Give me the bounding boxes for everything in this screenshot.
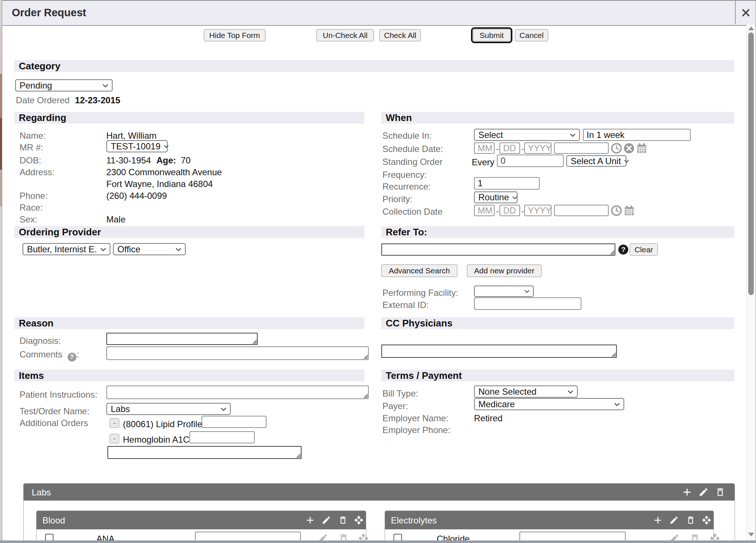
additional-order-search-input[interactable] — [107, 446, 302, 459]
order-request-screen: Order Request Hide Top Form Un-Check All… — [0, 0, 756, 543]
every-input[interactable]: 0 — [497, 155, 564, 167]
chevron-down-icon — [567, 390, 574, 394]
performing-facility-select[interactable] — [474, 286, 534, 297]
blood-add-button[interactable] — [305, 515, 315, 525]
frequency-label: Frequency: — [382, 170, 427, 180]
order-value-input[interactable] — [202, 416, 267, 428]
submit-button[interactable]: Submit — [473, 29, 511, 41]
help-icon[interactable]: ? — [68, 353, 76, 362]
blood-group-header: Blood — [37, 511, 366, 529]
vertical-scrollbar[interactable] — [746, 24, 755, 543]
terms-payment-header: Terms / Payment — [381, 370, 734, 381]
unit-select[interactable]: Select A Unit — [566, 155, 626, 167]
cancel-button[interactable]: Cancel — [515, 29, 548, 41]
schedule-in-select[interactable]: Select — [474, 129, 580, 141]
dob-value: 11-30-1954 Age: 70 — [106, 155, 190, 166]
chevron-down-icon — [614, 402, 620, 406]
bill-type-select[interactable]: None Selected — [474, 385, 578, 398]
schedule-date-calendar-button[interactable] — [636, 142, 647, 154]
move-icon — [354, 515, 364, 525]
standing-order-label: Standing Order — [382, 157, 443, 167]
address-line2: Fort Wayne, Indiana 46804 — [106, 179, 213, 189]
remove-order-button[interactable]: - — [110, 418, 119, 428]
blood-move-handle[interactable] — [354, 515, 364, 525]
collection-date-calendar-button[interactable] — [623, 205, 635, 216]
electrolytes-move-handle[interactable] — [702, 515, 711, 525]
sex-value: Male — [106, 214, 126, 225]
recurrence-input[interactable]: 1 — [474, 177, 540, 190]
schedule-in-input[interactable]: In 1 week — [583, 129, 691, 141]
labs-add-button[interactable] — [682, 487, 692, 497]
schedule-date-mm-input[interactable]: MM — [474, 142, 495, 154]
dob-label: DOB: — [20, 155, 41, 166]
category-select[interactable]: Pending — [15, 79, 113, 91]
refer-to-help-button[interactable]: ? — [618, 245, 628, 255]
payer-select[interactable]: Medicare — [474, 398, 624, 410]
collection-date-mm-input[interactable]: MM — [474, 205, 495, 216]
collection-date-dd-input[interactable]: DD — [499, 205, 520, 216]
labs-delete-button[interactable] — [715, 487, 725, 497]
check-all-button[interactable]: Check All — [379, 29, 421, 41]
date-ordered-value: 12-23-2015 — [75, 95, 120, 105]
collection-time-clock-button[interactable] — [611, 205, 622, 216]
performing-facility-label: Performing Facility: — [382, 288, 458, 298]
x-circle-icon — [623, 143, 635, 154]
schedule-time-clock-button[interactable] — [611, 143, 622, 154]
test-order-select[interactable]: Labs — [106, 403, 231, 415]
order-value-input[interactable] — [189, 431, 255, 443]
uncheck-all-button[interactable]: Un-Check All — [316, 29, 374, 41]
diagnosis-input[interactable] — [106, 333, 258, 345]
date-dash: - — [496, 143, 499, 154]
cc-physicians-input[interactable] — [381, 345, 617, 358]
ordering-provider-select[interactable]: Butler, Internist E. — [23, 243, 110, 255]
blood-delete-button[interactable] — [338, 515, 348, 525]
close-button[interactable] — [735, 1, 756, 24]
chevron-down-icon — [570, 133, 576, 137]
plus-icon — [305, 515, 315, 525]
refer-to-search-input[interactable] — [381, 243, 615, 256]
ordering-provider-value: Butler, Internist E. — [27, 244, 97, 255]
schedule-date-yyyy-input[interactable]: YYYY — [524, 142, 551, 154]
race-label: Race: — [20, 203, 43, 213]
scrollbar-up-button[interactable] — [748, 27, 754, 30]
chevron-down-icon — [220, 407, 227, 411]
schedule-date-label: Schedule Date: — [382, 144, 443, 154]
employer-name-label: Employer Name: — [382, 413, 449, 423]
chevron-down-icon — [512, 196, 518, 199]
collection-time-input[interactable] — [554, 205, 609, 216]
advanced-search-button[interactable]: Advanced Search — [381, 264, 457, 277]
order-request-dialog: Order Request Hide Top Form Un-Check All… — [2, 0, 756, 543]
trash-icon — [686, 515, 695, 525]
electrolytes-group-title: Electrolytes — [391, 515, 437, 526]
items-header: Items — [14, 370, 364, 381]
scrollbar-down-button[interactable] — [748, 533, 754, 536]
remove-order-button[interactable]: - — [110, 434, 119, 443]
scrollbar-thumb[interactable] — [748, 32, 754, 295]
schedule-date-clear-button[interactable] — [623, 143, 635, 154]
collection-date-yyyy-input[interactable]: YYYY — [524, 205, 551, 216]
collection-date-label: Collection Date — [382, 207, 443, 217]
electrolytes-edit-button[interactable] — [669, 515, 679, 525]
labs-edit-button[interactable] — [698, 487, 709, 497]
external-id-input[interactable] — [474, 297, 581, 310]
chevron-down-icon — [524, 290, 530, 293]
hide-top-form-button[interactable]: Hide Top Form — [204, 29, 265, 41]
clear-button[interactable]: Clear — [630, 243, 658, 256]
electrolytes-add-button[interactable] — [653, 515, 663, 525]
mr-select[interactable]: TEST-10019 — [106, 140, 168, 152]
schedule-date-dd-input[interactable]: DD — [499, 142, 520, 154]
ordering-provider-header: Ordering Provider — [14, 226, 364, 238]
payer-label: Payer: — [382, 401, 408, 411]
add-new-provider-button[interactable]: Add new provider — [467, 264, 542, 277]
sex-label: Sex: — [20, 214, 37, 225]
patient-instructions-textarea[interactable] — [106, 385, 369, 399]
blood-edit-button[interactable] — [322, 515, 331, 525]
address-line1: 2300 Commonwealth Avenue — [106, 167, 222, 177]
provider-location-select[interactable]: Office — [113, 243, 186, 255]
electrolytes-delete-button[interactable] — [686, 515, 695, 525]
chevron-down-icon — [164, 145, 169, 148]
page-title: Order Request — [12, 1, 86, 24]
priority-select[interactable]: Routine — [474, 191, 518, 203]
schedule-time-input[interactable] — [554, 142, 609, 154]
comments-textarea[interactable] — [106, 346, 369, 360]
